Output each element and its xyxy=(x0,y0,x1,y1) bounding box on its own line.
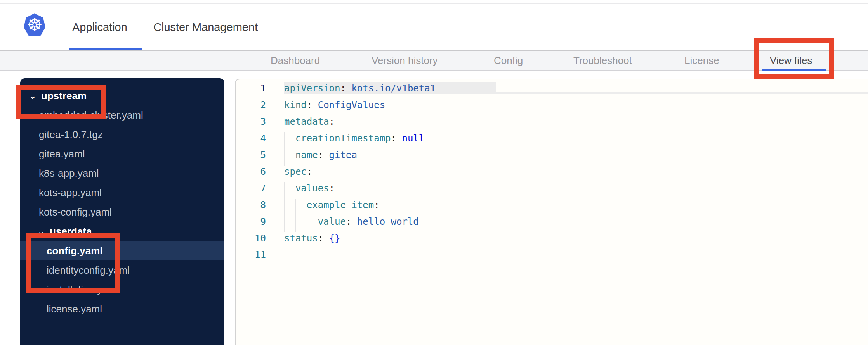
indent-guide xyxy=(284,182,295,199)
tree-item-kots-app.yaml[interactable]: kots-app.yaml xyxy=(20,183,224,202)
code-line-4[interactable]: 4creationTimestamp: null xyxy=(236,132,868,149)
tree-item-identityconfig.yaml[interactable]: identityconfig.yaml xyxy=(20,260,224,280)
file-label: kots-config.yaml xyxy=(39,206,112,218)
subnav-tab-version-history[interactable]: Version history xyxy=(372,51,438,70)
tree-item-license.yaml[interactable]: license.yaml xyxy=(20,299,224,319)
code-line-6[interactable]: 6spec: xyxy=(236,166,868,182)
tree-item-upstream[interactable]: ⌄upstream xyxy=(20,86,224,105)
line-number: 2 xyxy=(236,99,284,116)
tree-item-gitea-1.0.7.tgz[interactable]: gitea-1.0.7.tgz xyxy=(20,125,224,144)
file-tree-sidebar: ⌄upstreamembedded-cluster.yamlgitea-1.0.… xyxy=(20,78,224,345)
code-line-3[interactable]: 3metadata: xyxy=(236,116,868,132)
app-header: ☸ ApplicationCluster Management xyxy=(0,4,868,51)
subnav: DashboardVersion historyConfigTroublesho… xyxy=(0,51,868,71)
subnav-tab-troubleshoot[interactable]: Troubleshoot xyxy=(573,51,632,70)
line-number: 10 xyxy=(236,232,284,249)
code-text: status: {} xyxy=(284,232,340,249)
indent-guide xyxy=(284,149,295,166)
subnav-tab-license[interactable]: License xyxy=(684,51,719,70)
file-label: gitea.yaml xyxy=(39,148,85,160)
file-label: license.yaml xyxy=(47,303,102,315)
subnav-tab-dashboard[interactable]: Dashboard xyxy=(271,51,320,70)
tree-item-installation.yaml[interactable]: installation.yaml xyxy=(20,280,224,299)
file-label: embedded-cluster.yaml xyxy=(39,109,143,121)
indent-guide xyxy=(295,216,307,232)
code-line-9[interactable]: 9value: hello world xyxy=(236,216,868,232)
tree-item-kots-config.yaml[interactable]: kots-config.yaml xyxy=(20,202,224,222)
file-label: installation.yaml xyxy=(47,284,118,296)
tree-item-userdata[interactable]: ⌄userdata xyxy=(20,222,224,241)
subnav-tab-config[interactable]: Config xyxy=(494,51,523,70)
code-text: creationTimestamp: null xyxy=(284,132,424,149)
code-line-10[interactable]: 10status: {} xyxy=(236,232,868,249)
file-label: config.yaml xyxy=(47,245,102,257)
kubernetes-wheel-icon: ☸ xyxy=(26,16,42,34)
indent-guide xyxy=(284,199,295,216)
tree-item-config.yaml[interactable]: config.yaml xyxy=(20,241,224,260)
code-text: kind: ConfigValues xyxy=(284,99,385,116)
indent-guide xyxy=(307,216,318,232)
chevron-down-icon: ⌄ xyxy=(37,226,45,237)
file-label: identityconfig.yaml xyxy=(47,264,130,276)
code-text: value: hello world xyxy=(284,216,419,232)
code-text: metadata: xyxy=(284,116,335,132)
file-label: gitea-1.0.7.tgz xyxy=(39,129,103,141)
tree-item-k8s-app.yaml[interactable]: k8s-app.yaml xyxy=(20,164,224,183)
indent-guide xyxy=(295,199,307,216)
code-line-11[interactable]: 11 xyxy=(236,249,868,266)
file-label: kots-app.yaml xyxy=(39,187,102,199)
yaml-editor[interactable]: 1apiVersion: kots.io/v1beta12kind: Confi… xyxy=(235,79,868,345)
code-line-8[interactable]: 8example_item: xyxy=(236,199,868,216)
folder-label: userdata xyxy=(50,226,92,238)
code-line-2[interactable]: 2kind: ConfigValues xyxy=(236,99,868,116)
file-label: k8s-app.yaml xyxy=(39,167,99,179)
line-number: 6 xyxy=(236,166,284,182)
line-number: 4 xyxy=(236,132,284,149)
folder-label: upstream xyxy=(41,90,87,102)
code-text: name: gitea xyxy=(284,149,357,166)
line-number: 1 xyxy=(236,82,284,99)
indent-guide xyxy=(284,216,295,232)
code-text: example_item: xyxy=(284,199,380,216)
code-line-5[interactable]: 5name: gitea xyxy=(236,149,868,166)
line-number: 3 xyxy=(236,116,284,132)
chevron-down-icon: ⌄ xyxy=(29,90,36,101)
tree-item-gitea.yaml[interactable]: gitea.yaml xyxy=(20,144,224,164)
indent-guide xyxy=(284,132,295,149)
kubernetes-logo: ☸ xyxy=(23,13,46,37)
code-line-1[interactable]: 1apiVersion: kots.io/v1beta1 xyxy=(236,82,868,99)
code-text: values: xyxy=(284,182,335,199)
tree-item-embedded-cluster.yaml[interactable]: embedded-cluster.yaml xyxy=(20,105,224,125)
header-tab-application[interactable]: Application xyxy=(72,4,127,50)
code-text: apiVersion: kots.io/v1beta1 xyxy=(284,82,436,99)
line-number: 5 xyxy=(236,149,284,166)
line-number: 9 xyxy=(236,216,284,232)
subnav-tab-view-files[interactable]: View files xyxy=(770,51,812,70)
code-line-7[interactable]: 7values: xyxy=(236,182,868,199)
line-number: 11 xyxy=(236,249,284,266)
line-number: 8 xyxy=(236,199,284,216)
header-tab-cluster-management[interactable]: Cluster Management xyxy=(153,4,258,50)
line-number: 7 xyxy=(236,182,284,199)
code-text: spec: xyxy=(284,166,312,182)
